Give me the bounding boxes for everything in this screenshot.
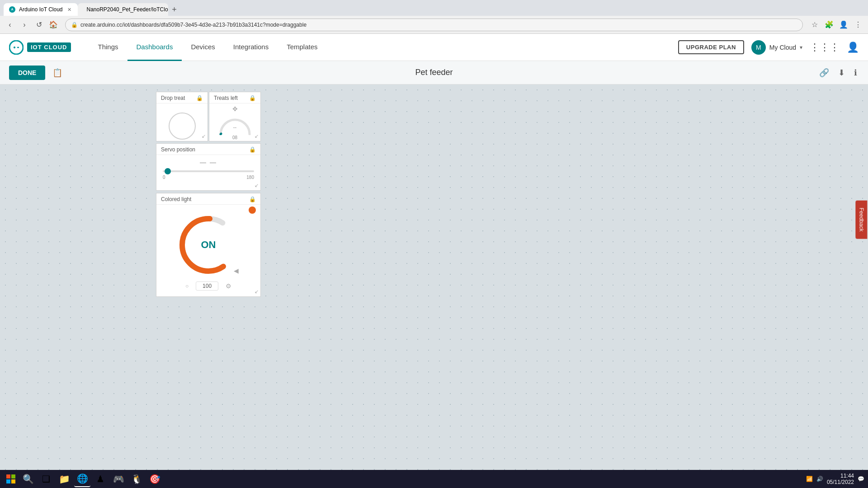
colored-light-resize-icon[interactable]: ↙ bbox=[255, 289, 259, 295]
app-header: IOT CLOUD Things Dashboards Devices Inte… bbox=[0, 34, 868, 61]
svg-rect-12 bbox=[6, 474, 10, 479]
treats-move-icon: ✥ bbox=[232, 105, 238, 113]
page-title: Pet feeder bbox=[415, 68, 453, 77]
arduino-logo-icon bbox=[9, 40, 24, 55]
taskbar-app3[interactable]: 🐧 bbox=[128, 471, 145, 487]
servo-position-widget: Servo position 🔒 — — 0 180 ↙ bbox=[156, 143, 261, 191]
header-right: UPGRADE PLAN M My Cloud ▾ ⋮⋮⋮ 👤 bbox=[678, 40, 859, 55]
colored-light-bottom: ○ 100 ⚙ bbox=[185, 279, 231, 291]
colored-light-min-btn[interactable]: ○ bbox=[185, 283, 189, 289]
taskbar-task-view[interactable]: ❑ bbox=[38, 471, 54, 487]
servo-range-labels: 0 180 bbox=[156, 175, 260, 180]
ring-arrow-icon: ◀ bbox=[234, 267, 239, 274]
colored-light-body: ON ◀ ○ 100 ⚙ bbox=[156, 205, 260, 291]
info-icon[interactable]: ℹ bbox=[852, 66, 859, 80]
treats-left-body: ✥ -- 0 8 bbox=[209, 103, 260, 142]
taskbar-network-icon: 📶 bbox=[806, 476, 813, 482]
taskbar-app4[interactable]: 🎯 bbox=[146, 471, 163, 487]
arduino-favicon: A bbox=[9, 6, 15, 13]
drop-treat-resize-icon[interactable]: ↙ bbox=[202, 133, 206, 139]
feedback-tab[interactable]: Feedback bbox=[856, 201, 868, 239]
colored-light-widget: Colored light 🔒 ON ◀ ○ bbox=[156, 193, 261, 297]
gauge-labels: 0 8 bbox=[231, 135, 239, 140]
svg-rect-13 bbox=[11, 474, 15, 479]
taskbar-date-display: 05/11/2022 bbox=[827, 479, 854, 485]
drop-treat-widget: Drop treat 🔒 ↙ bbox=[156, 92, 208, 141]
toolbar-right: 🔗 ⬇ ℹ bbox=[817, 66, 859, 80]
ring-control[interactable]: ON ◀ bbox=[175, 211, 242, 279]
taskbar-steam[interactable]: 🎮 bbox=[110, 471, 127, 487]
back-button[interactable]: ‹ bbox=[4, 19, 16, 31]
bookmark-button[interactable]: ☆ bbox=[808, 19, 821, 31]
bookmark-toolbar-icon[interactable]: 📋 bbox=[52, 68, 62, 78]
user-icon-button[interactable]: 👤 bbox=[847, 42, 859, 53]
colored-light-brightness-input[interactable]: 100 bbox=[196, 282, 218, 291]
new-tab-button[interactable]: + bbox=[168, 3, 181, 16]
profile-button[interactable]: 👤 bbox=[837, 19, 850, 31]
lock-icon: 🔒 bbox=[71, 22, 78, 28]
tab2-title: NanoRP2040_Pet_Feeder/IoTClo... bbox=[87, 6, 168, 13]
user-initial: M bbox=[756, 44, 761, 51]
servo-resize-icon[interactable]: ↙ bbox=[255, 183, 259, 188]
servo-max: 180 bbox=[246, 175, 254, 180]
servo-value: — — bbox=[156, 155, 260, 168]
browser-nav: ‹ › ↺ 🏠 🔒 create.arduino.cc/iot/dashboar… bbox=[0, 16, 868, 34]
taskbar-time-display: 11:44 bbox=[827, 473, 854, 479]
nav-devices[interactable]: Devices bbox=[182, 34, 224, 61]
colored-light-settings-icon[interactable]: ⚙ bbox=[226, 282, 231, 290]
taskbar-datetime: 11:44 05/11/2022 bbox=[827, 473, 854, 485]
servo-header: Servo position 🔒 bbox=[156, 144, 260, 155]
taskbar-chess[interactable]: ♟ bbox=[92, 471, 108, 487]
treats-gauge-value: -- bbox=[233, 124, 236, 130]
nav-templates[interactable]: Templates bbox=[278, 34, 326, 61]
taskbar-browser[interactable]: 🌐 bbox=[74, 471, 90, 487]
servo-lock-icon: 🔒 bbox=[249, 146, 256, 153]
reload-button[interactable]: ↺ bbox=[33, 19, 45, 31]
servo-min: 0 bbox=[163, 175, 165, 180]
extensions-button[interactable]: 🧩 bbox=[823, 19, 835, 31]
svg-point-4 bbox=[9, 41, 23, 54]
user-avatar: M bbox=[751, 40, 766, 55]
color-dot[interactable] bbox=[249, 206, 256, 214]
nav-dashboards[interactable]: Dashboards bbox=[127, 34, 182, 61]
upgrade-plan-button[interactable]: UPGRADE PLAN bbox=[678, 40, 744, 54]
treats-left-resize-icon[interactable]: ↙ bbox=[255, 133, 259, 139]
taskbar-start-button[interactable] bbox=[4, 472, 18, 486]
taskbar-search[interactable]: 🔍 bbox=[20, 471, 36, 487]
address-bar[interactable]: 🔒 create.arduino.cc/iot/dashboards/dfa50… bbox=[65, 19, 803, 31]
done-button[interactable]: DONE bbox=[9, 66, 45, 80]
svg-rect-14 bbox=[6, 479, 10, 483]
home-button[interactable]: 🏠 bbox=[47, 19, 60, 31]
drop-treat-circle[interactable] bbox=[169, 113, 196, 140]
colored-light-title: Colored light bbox=[161, 196, 191, 202]
gauge-max: 8 bbox=[235, 135, 238, 140]
ring-svg: ON bbox=[175, 211, 242, 279]
servo-slider-thumb[interactable] bbox=[165, 168, 171, 174]
forward-button[interactable]: › bbox=[18, 19, 31, 31]
tab-github[interactable]: G NanoRP2040_Pet_Feeder/IoTClo... ✕ bbox=[78, 3, 168, 16]
svg-rect-15 bbox=[11, 479, 15, 483]
svg-text:A: A bbox=[11, 8, 13, 11]
main-content: Drop treat 🔒 ↙ Treats left 🔒 ✥ -- bbox=[0, 84, 868, 470]
nav-things[interactable]: Things bbox=[89, 34, 127, 61]
taskbar-notification-icon[interactable]: 💬 bbox=[858, 476, 864, 482]
menu-button[interactable]: ⋮ bbox=[852, 19, 864, 31]
url-text: create.arduino.cc/iot/dashboards/dfa509b… bbox=[80, 22, 307, 28]
share-icon[interactable]: 🔗 bbox=[817, 66, 831, 80]
grid-icon[interactable]: ⋮⋮⋮ bbox=[810, 42, 840, 53]
logo-area: IOT CLOUD bbox=[9, 40, 71, 55]
download-icon[interactable]: ⬇ bbox=[836, 66, 847, 80]
taskbar-file-explorer[interactable]: 📁 bbox=[56, 471, 72, 487]
servo-slider-container bbox=[156, 170, 260, 172]
drop-treat-lock-icon: 🔒 bbox=[196, 95, 203, 101]
nav-integrations[interactable]: Integrations bbox=[224, 34, 278, 61]
servo-slider-track[interactable] bbox=[163, 170, 254, 172]
user-area[interactable]: M My Cloud ▾ bbox=[751, 40, 802, 55]
main-nav: Things Dashboards Devices Integrations T… bbox=[89, 34, 678, 61]
tab1-title: Arduino IoT Cloud bbox=[19, 6, 63, 13]
drop-treat-header: Drop treat 🔒 bbox=[156, 92, 208, 103]
tab-arduino[interactable]: A Arduino IoT Cloud ✕ bbox=[4, 3, 78, 16]
drop-treat-title: Drop treat bbox=[161, 95, 185, 101]
tab1-close[interactable]: ✕ bbox=[66, 6, 72, 14]
user-dropdown-icon[interactable]: ▾ bbox=[800, 44, 802, 51]
